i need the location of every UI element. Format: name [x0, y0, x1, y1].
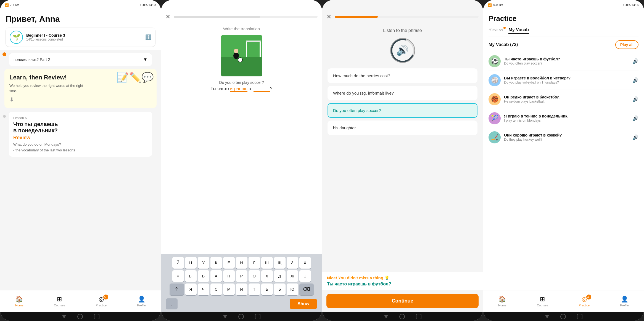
download-icon[interactable]: ⬇: [9, 96, 152, 103]
signal-icon: 📶: [5, 3, 9, 7]
key-ч[interactable]: Ч: [198, 283, 209, 295]
keyboard-row-1: Й Ц У К Е Н Г Ш Щ З Х: [163, 257, 320, 269]
nav-courses-1[interactable]: ⊞ Courses: [54, 296, 65, 307]
key-э[interactable]: Э: [299, 270, 311, 282]
key-и[interactable]: И: [236, 283, 247, 295]
progress-fill-3: [335, 16, 378, 18]
home-icon-4: 🏠: [498, 296, 506, 303]
close-button-3[interactable]: ✕: [326, 13, 331, 20]
key-р[interactable]: Р: [236, 270, 247, 282]
nav-home-label-4: Home: [498, 304, 506, 307]
home-button-4[interactable]: [560, 314, 566, 319]
key-л[interactable]: Л: [261, 270, 273, 282]
key-з[interactable]: З: [287, 257, 298, 269]
key-о[interactable]: О: [249, 270, 260, 282]
nav-practice-4[interactable]: ◎ 49 Practice: [579, 296, 590, 307]
key-н[interactable]: Н: [236, 257, 247, 269]
s3-choices: How much do the berries cost? Where do y…: [328, 68, 477, 135]
recents-button-1[interactable]: [94, 314, 99, 319]
vocab-avatar-2: 🏀: [489, 93, 501, 105]
svg-point-8: [234, 49, 238, 53]
key-ц[interactable]: Ц: [185, 257, 197, 269]
info-icon[interactable]: ℹ️: [145, 34, 151, 40]
s3-continue-wrapper: Continue: [322, 290, 483, 312]
key-а[interactable]: А: [210, 270, 222, 282]
lesson-card[interactable]: Lesson 6 Что ты делаешь в понедельник? R…: [9, 112, 152, 157]
audio-icon-1[interactable]: 🔊: [632, 77, 638, 83]
nav-courses-4[interactable]: ⊞ Courses: [537, 296, 548, 307]
audio-icon-3[interactable]: 🔊: [632, 115, 638, 121]
svg-point-9: [238, 58, 242, 62]
recents-button-2[interactable]: [255, 314, 260, 319]
result-banner: Nice! You didn't miss a thing 💡 Ты часто…: [322, 272, 483, 290]
key-ю[interactable]: Ю: [287, 283, 298, 295]
back-button-3[interactable]: [384, 315, 388, 319]
recents-button-3[interactable]: [416, 314, 421, 319]
vocab-english-4: Do they play hockey well?: [504, 138, 629, 142]
key-в[interactable]: В: [198, 270, 209, 282]
key-ф[interactable]: Ф: [172, 270, 184, 282]
s2-keyboard: Й Ц У К Е Н Г Ш Щ З Х Ф Ы В А П: [161, 254, 322, 312]
key-к[interactable]: К: [210, 257, 222, 269]
close-button-2[interactable]: ✕: [165, 13, 170, 20]
key-й[interactable]: Й: [172, 257, 184, 269]
key-б[interactable]: Б: [274, 283, 286, 295]
nav-profile-4[interactable]: 👤 Profile: [620, 296, 629, 307]
lesson-dropdown[interactable]: понедельник? Part 2 ▼: [9, 53, 152, 66]
backspace-key[interactable]: ⌫: [299, 283, 314, 295]
audio-icon-4[interactable]: 🔊: [632, 134, 638, 140]
key-у[interactable]: У: [198, 257, 209, 269]
choice-4[interactable]: his daughter: [328, 121, 477, 135]
fill-post: в: [249, 86, 251, 91]
choice-2[interactable]: Where do you (sg. informal) live?: [328, 86, 477, 100]
vocab-avatar-4: 🏒: [489, 131, 501, 143]
lesson-desc-2: - the vocabulary of the last two lessons: [13, 148, 148, 152]
sys-buttons-4: [483, 312, 644, 321]
tab-review[interactable]: Review: [489, 27, 503, 34]
key-т[interactable]: Т: [249, 283, 260, 295]
home-button-1[interactable]: [77, 314, 83, 319]
screen-4: 📶 828 B/s 100% 13:06 Practice Review My …: [483, 0, 644, 321]
back-button-4[interactable]: [545, 315, 549, 319]
key-г[interactable]: Г: [249, 257, 260, 269]
key-ы[interactable]: Ы: [185, 270, 197, 282]
key-ь[interactable]: Ь: [261, 283, 273, 295]
choice-1[interactable]: How much do the berries cost?: [328, 68, 477, 83]
show-button[interactable]: Show: [290, 299, 317, 309]
courses-icon-4: ⊞: [540, 296, 545, 303]
nav-practice-1[interactable]: ◎ 59 Practice: [96, 296, 107, 307]
audio-icon-2[interactable]: 🔊: [632, 96, 638, 102]
course-card[interactable]: 🌱 Beginner I - Course 3 14/15 lessons co…: [6, 28, 155, 47]
back-button-1[interactable]: [62, 315, 66, 319]
home-button-3[interactable]: [399, 314, 405, 319]
s2-body: Write the translation: [161, 24, 322, 254]
key-д[interactable]: Д: [274, 270, 286, 282]
vocab-avatar-3: 🎾: [489, 112, 501, 124]
lesson-subtitle: Review: [13, 135, 148, 141]
key-щ[interactable]: Щ: [274, 257, 286, 269]
key-ш[interactable]: Ш: [261, 257, 273, 269]
nav-home-4[interactable]: 🏠 Home: [498, 296, 506, 307]
audio-circle[interactable]: 🔊: [390, 38, 415, 63]
home-button-2[interactable]: [238, 314, 244, 319]
key-я[interactable]: Я: [185, 283, 197, 295]
choice-3[interactable]: Do you often play soccer?: [328, 103, 477, 118]
s4-tabs: Review My Vocab: [489, 27, 638, 36]
play-all-button[interactable]: Play all: [615, 40, 638, 49]
nav-profile-1[interactable]: 👤 Profile: [137, 296, 146, 307]
vocab-avatar-1: 🏐: [489, 74, 501, 86]
tab-myvocab[interactable]: My Vocab: [508, 27, 529, 34]
continue-button[interactable]: Continue: [326, 294, 479, 308]
nav-home-1[interactable]: 🏠 Home: [15, 296, 23, 307]
audio-icon-0[interactable]: 🔊: [632, 58, 638, 64]
key-х[interactable]: Х: [299, 257, 311, 269]
key-п[interactable]: П: [223, 270, 235, 282]
recents-button-4[interactable]: [577, 314, 582, 319]
key-с[interactable]: С: [210, 283, 222, 295]
back-button-2[interactable]: [223, 315, 227, 319]
key-ж[interactable]: Ж: [287, 270, 298, 282]
comma-key[interactable]: ,: [166, 298, 178, 309]
key-м[interactable]: М: [223, 283, 235, 295]
shift-key[interactable]: ⇧: [170, 283, 184, 295]
key-е[interactable]: Е: [223, 257, 235, 269]
